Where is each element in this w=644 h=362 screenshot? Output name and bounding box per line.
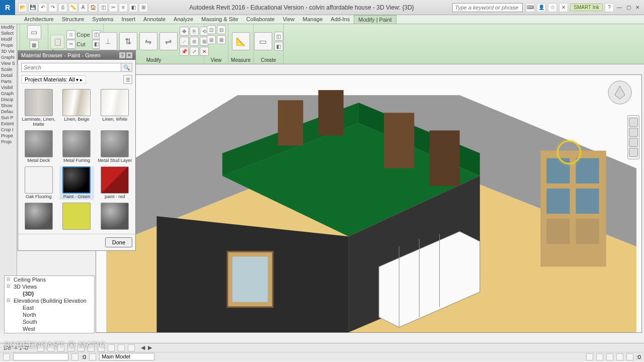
material-item[interactable] (59, 203, 95, 231)
help-icon[interactable]: ? (605, 3, 614, 12)
print-icon[interactable]: ⎙ (58, 3, 67, 12)
tab-collaborate[interactable]: Collaborate (243, 15, 279, 24)
left-strip-item[interactable]: Defau (0, 109, 17, 115)
left-strip-item[interactable]: Visibil (0, 84, 17, 90)
trim-icon[interactable]: ⟋ (180, 37, 189, 46)
switch-icon[interactable]: ⊞ (139, 3, 148, 12)
viewport-canvas[interactable] (96, 75, 641, 332)
align-icon[interactable]: ⟂ (99, 32, 117, 50)
workset-combo[interactable] (13, 353, 68, 360)
left-strip-item[interactable]: Detail (0, 72, 17, 78)
left-strip-item[interactable]: Crop I (0, 127, 17, 133)
tree-item[interactable]: South (5, 318, 94, 325)
pan-icon[interactable] (629, 128, 638, 137)
left-strip-item[interactable]: Parts (0, 78, 17, 84)
material-item[interactable]: paint - red (97, 166, 132, 200)
tab-systems[interactable]: Systems (88, 15, 117, 24)
view-grid3-icon[interactable]: ⊞ (207, 35, 216, 44)
material-item[interactable]: Oak Flooring (21, 166, 56, 200)
three-d-icon[interactable]: ◫ (99, 3, 108, 12)
copy-icon[interactable]: ⎘ (190, 27, 199, 36)
view-grid1-icon[interactable]: ⊡ (207, 25, 216, 34)
close-icon[interactable]: ✕ (634, 4, 641, 11)
view-grid4-icon[interactable]: ⊠ (217, 35, 226, 44)
material-item[interactable]: Laminate, Linen, Matte (21, 89, 56, 127)
sign-in-icon[interactable]: 👤 (537, 3, 546, 12)
material-item[interactable]: Metal Furring (59, 130, 95, 163)
home-icon[interactable]: 🏠 (89, 3, 98, 12)
material-filter-dropdown[interactable]: Project Materials: All ▾ ▸ (21, 75, 86, 83)
cope-icon[interactable]: ⟃ (66, 30, 75, 39)
list-view-icon[interactable]: ☰ (123, 75, 132, 84)
left-strip-item[interactable]: Extent (0, 121, 17, 127)
left-strip-item[interactable]: Select (0, 30, 17, 36)
zoom-icon[interactable] (629, 138, 638, 147)
left-strip-item[interactable]: Graph (0, 90, 17, 97)
offset-icon[interactable]: ⇅ (119, 32, 137, 50)
help-search-input[interactable] (452, 3, 523, 12)
open-icon[interactable]: 📂 (18, 3, 27, 12)
keytips-icon[interactable]: ⌨ (526, 3, 535, 12)
select-underlay-icon[interactable] (596, 353, 603, 360)
tree-item[interactable]: Ceiling Plans (5, 276, 94, 283)
tree-item[interactable]: West (5, 325, 94, 332)
material-item[interactable]: Paint - Green (59, 166, 95, 200)
cut-icon[interactable]: ✂ (66, 40, 75, 49)
tree-item[interactable]: 3D Views (5, 283, 94, 290)
text-icon[interactable]: A (78, 3, 88, 12)
exchange-icon[interactable]: ✕ (559, 3, 568, 12)
left-strip-item[interactable]: Modify (0, 24, 17, 30)
material-item[interactable]: Linen, White (97, 89, 132, 127)
tree-item[interactable]: Sections (Wall Section) (5, 332, 94, 333)
tab-architecture[interactable]: Architecture (20, 15, 58, 24)
reveal-icon[interactable] (128, 344, 135, 351)
mirror-draw-icon[interactable]: ⇌ (159, 32, 178, 50)
mat-help-icon[interactable]: ? (119, 52, 125, 58)
orbit-icon[interactable] (629, 148, 638, 157)
material-item[interactable]: Metal Stud Layer (97, 130, 132, 163)
app-menu-icon[interactable]: R (0, 0, 15, 15)
thin-lines-icon[interactable]: ≡ (119, 3, 128, 12)
left-strip-item[interactable]: Modif (0, 36, 17, 42)
save-icon[interactable]: 💾 (28, 3, 37, 12)
temp-hide-icon[interactable] (118, 344, 125, 351)
drag-icon[interactable] (626, 353, 633, 360)
material-search-input[interactable] (21, 63, 121, 72)
left-strip-item[interactable]: Prope (0, 133, 17, 139)
tab-analyze[interactable]: Analyze (170, 15, 197, 24)
create3-icon[interactable]: ◧ (274, 42, 283, 51)
tab-view[interactable]: View (279, 15, 299, 24)
select-links-icon[interactable] (586, 353, 593, 360)
left-strip-item[interactable]: Prope (0, 42, 17, 48)
done-button[interactable]: Done (105, 237, 132, 247)
tab-modify-paint[interactable]: Modify | Paint (354, 15, 396, 24)
search-icon[interactable]: 🔍 (121, 63, 132, 72)
material-item[interactable] (97, 203, 132, 231)
material-item[interactable]: Metal Deck (21, 130, 56, 163)
left-strip-item[interactable]: Discip (0, 97, 17, 103)
tab-insert[interactable]: Insert (118, 15, 140, 24)
measure-icon[interactable]: 📏 (68, 3, 77, 12)
pin-icon[interactable]: 📌 (180, 47, 189, 56)
editable-only-icon[interactable] (71, 353, 78, 360)
select-face-icon[interactable] (616, 353, 623, 360)
measure-tool-icon[interactable]: 📐 (232, 32, 250, 50)
favorite-icon[interactable]: ☆ (548, 3, 557, 12)
section-icon[interactable]: ✂ (109, 3, 118, 12)
split-icon[interactable]: ⊘ (190, 37, 199, 46)
design-option-combo[interactable]: Main Model (99, 353, 154, 360)
create2-icon[interactable]: ◫ (274, 32, 283, 41)
tab-manage[interactable]: Manage (299, 15, 327, 24)
tab-massing-site[interactable]: Massing & Site (197, 15, 242, 24)
close-hidden-icon[interactable]: ◧ (129, 3, 138, 12)
tree-item[interactable]: East (5, 304, 94, 311)
redo-icon[interactable]: ↷ (48, 3, 57, 12)
left-strip-item[interactable]: Proje (0, 139, 17, 145)
3d-viewport[interactable] (96, 74, 642, 333)
material-browser-titlebar[interactable]: Material Browser - Paint - Green ? ✕ (18, 51, 135, 60)
tab-structure[interactable]: Structure (58, 15, 89, 24)
material-item[interactable] (21, 203, 56, 231)
tab-add-ins[interactable]: Add-Ins (327, 15, 354, 24)
minimize-icon[interactable]: — (616, 4, 623, 11)
design-options-icon[interactable] (89, 353, 96, 360)
